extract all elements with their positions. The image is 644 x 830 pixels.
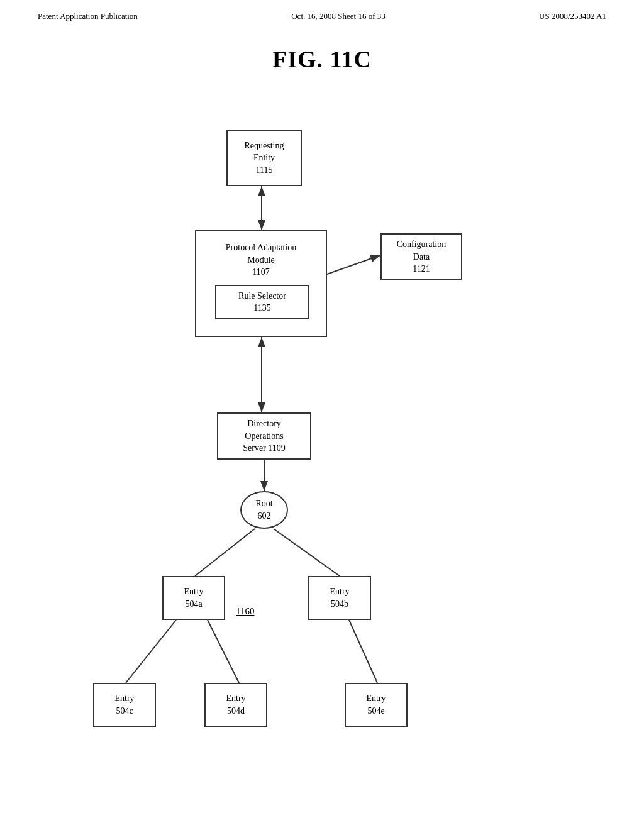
header-right: US 2008/253402 A1	[539, 11, 606, 21]
header-center: Oct. 16, 2008 Sheet 16 of 33	[291, 11, 385, 21]
entry-504c-box: Entry504c	[93, 683, 156, 727]
svg-line-9	[274, 529, 340, 576]
configuration-data-box: ConfigurationData1121	[380, 233, 462, 280]
svg-line-10	[126, 620, 176, 683]
protocol-adaptation-box: Protocol AdaptationModule1107 Rule Selec…	[195, 230, 327, 337]
svg-line-11	[208, 620, 239, 683]
entry-504a-box: Entry504a	[162, 576, 225, 620]
header-left: Patent Application Publication	[38, 11, 138, 21]
figure-title: FIG. 11C	[0, 45, 644, 73]
entry-504d-box: Entry504d	[204, 683, 267, 727]
svg-line-8	[195, 529, 255, 576]
rule-selector-box: Rule Selector1135	[215, 285, 309, 319]
page-header: Patent Application Publication Oct. 16, …	[0, 0, 644, 28]
requesting-entity-box: RequestingEntity1115	[226, 130, 302, 186]
directory-operations-box: DirectoryOperationsServer 1109	[217, 412, 311, 460]
entry-504b-box: Entry504b	[308, 576, 371, 620]
diagram-area: RequestingEntity1115 Protocol Adaptation…	[0, 98, 644, 809]
entry-504e-box: Entry504e	[345, 683, 408, 727]
label-1160: 1160	[236, 606, 254, 617]
root-circle: Root602	[240, 491, 288, 529]
svg-line-5	[327, 255, 380, 274]
svg-line-12	[349, 620, 377, 683]
